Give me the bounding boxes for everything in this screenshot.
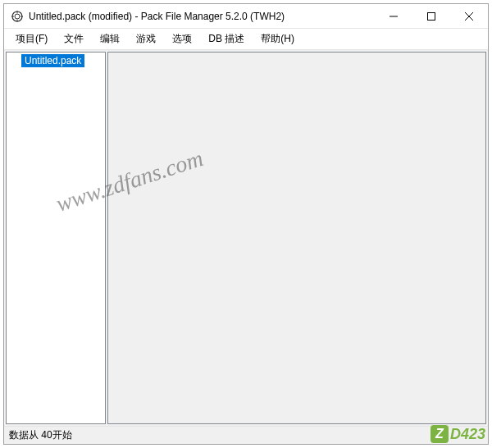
statusbar: 数据从 40开始 (4, 426, 488, 444)
menu-project[interactable]: 项目(F) (7, 30, 56, 48)
menu-edit[interactable]: 编辑 (92, 30, 128, 48)
menu-game[interactable]: 游戏 (128, 30, 164, 48)
menu-options[interactable]: 选项 (164, 30, 200, 48)
main-panel (107, 52, 486, 424)
tree-root-item[interactable]: Untitled.pack (21, 54, 84, 67)
menu-help[interactable]: 帮助(H) (253, 30, 303, 48)
site-badge: Z D423 (430, 425, 485, 443)
menu-db-desc[interactable]: DB 描述 (200, 30, 253, 48)
minimize-button[interactable] (375, 4, 412, 28)
svg-rect-7 (428, 12, 435, 20)
badge-label: D423 (450, 426, 485, 443)
app-icon (11, 10, 24, 23)
content-area: Untitled.pack (4, 50, 488, 426)
svg-point-1 (15, 14, 20, 19)
close-button[interactable] (450, 4, 488, 28)
titlebar: Untitled.pack (modified) - Pack File Man… (4, 4, 488, 29)
badge-icon: Z (430, 425, 449, 443)
window-title: Untitled.pack (modified) - Pack File Man… (29, 11, 375, 22)
window-controls (375, 4, 488, 28)
maximize-button[interactable] (412, 4, 450, 28)
tree-panel[interactable]: Untitled.pack (6, 52, 106, 424)
menubar: 项目(F) 文件 编辑 游戏 选项 DB 描述 帮助(H) (4, 29, 488, 50)
status-text: 数据从 40开始 (9, 428, 72, 442)
menu-file[interactable]: 文件 (56, 30, 92, 48)
app-window: Untitled.pack (modified) - Pack File Man… (3, 3, 489, 445)
